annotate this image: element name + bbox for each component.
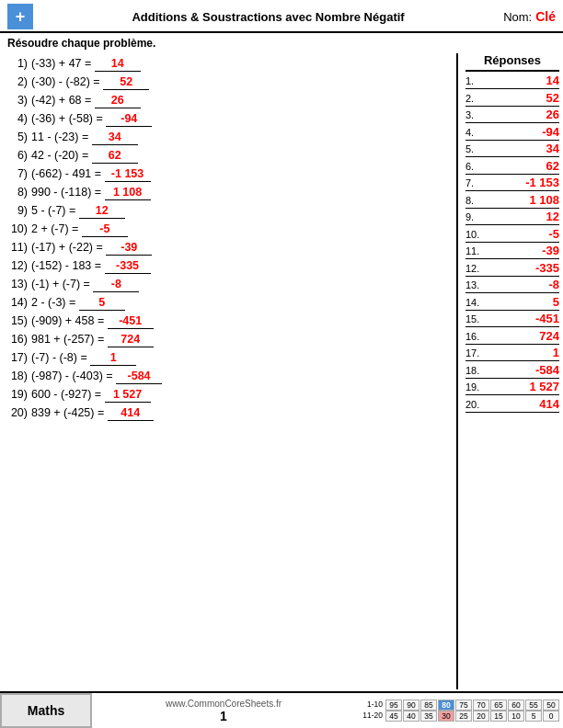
answer-number: 16. (465, 331, 484, 342)
problem-row: 3)(-42) + 68 = 26 (7, 94, 445, 108)
problem-row: 19)600 - (-927) = 1 527 (7, 388, 445, 403)
answer-value: 414 (484, 397, 559, 411)
problem-number: 10) (7, 222, 28, 235)
answer-value: -335 (484, 261, 559, 275)
problem-number: 7) (7, 167, 28, 180)
nom-label: Nom: (503, 10, 532, 24)
answer-value: 12 (484, 210, 559, 223)
answer-blank: 34 (92, 131, 138, 145)
answer-value: 62 (484, 159, 559, 173)
answer-blank: -39 (106, 241, 152, 256)
answer-number: 5. (465, 143, 484, 154)
problem-number: 8) (7, 186, 28, 199)
problem-expression: (-1) + (-7) = -8 (31, 278, 445, 292)
problem-row: 7)(-662) - 491 = -1 153 (7, 167, 445, 182)
answer-row: 16.724 (465, 329, 559, 345)
problem-row: 1)(-33) + 47 = 14 (7, 57, 445, 72)
score-cell: 50 (543, 700, 559, 711)
score-range-label: 11-20 (355, 711, 385, 722)
page-number: 1 (220, 709, 227, 723)
problem-number: 9) (7, 204, 28, 217)
answer-number: 3. (465, 109, 484, 120)
problem-expression: 990 - (-118) = 1 108 (31, 186, 445, 200)
answer-value: -584 (484, 363, 559, 377)
website-url: www.CommonCoreSheets.fr (166, 699, 282, 709)
answer-value: -39 (484, 244, 559, 257)
problem-number: 20) (7, 406, 28, 419)
answer-blank: -1 153 (105, 167, 151, 182)
answer-number: 4. (465, 127, 484, 138)
problem-expression: (-987) - (-403) = -584 (31, 370, 445, 384)
answer-number: 20. (465, 399, 484, 410)
answer-blank: 14 (95, 57, 141, 72)
answer-blank: 1 108 (105, 186, 151, 200)
problem-expression: (-909) + 458 = -451 (31, 314, 445, 329)
answer-row: 18.-584 (465, 363, 559, 379)
answer-number: 11. (465, 245, 484, 256)
problem-row: 9)5 - (-7) = 12 (7, 204, 445, 219)
score-cell: 95 (385, 700, 402, 711)
problem-expression: (-36) + (-58) = -94 (31, 112, 445, 127)
answer-number: 12. (465, 263, 484, 274)
answer-number: 13. (465, 279, 484, 290)
maths-button[interactable]: Maths (0, 693, 92, 728)
main-content: 1)(-33) + 47 = 142)(-30) - (-82) = 523)(… (0, 53, 563, 689)
answer-value: 724 (484, 329, 559, 343)
score-cell: 70 (473, 700, 489, 711)
problem-expression: 2 - (-3) = 5 (31, 296, 445, 311)
answer-number: 19. (465, 381, 484, 392)
answer-value: 34 (484, 142, 559, 155)
score-cell: 20 (473, 711, 489, 722)
footer-center: www.CommonCoreSheets.fr 1 (92, 693, 355, 728)
answer-row: 8.1 108 (465, 193, 559, 209)
score-cell: 30 (438, 711, 454, 722)
answers-header: Réponses (465, 53, 559, 72)
header: + Additions & Soustractions avec Nombre … (0, 0, 563, 33)
answer-value: -8 (484, 278, 559, 291)
answer-row: 20.414 (465, 397, 559, 413)
problem-row: 4)(-36) + (-58) = -94 (7, 112, 445, 127)
problem-expression: (-33) + 47 = 14 (31, 57, 445, 72)
answer-number: 9. (465, 211, 484, 222)
problem-expression: (-17) + (-22) = -39 (31, 241, 445, 256)
answer-number: 15. (465, 313, 484, 324)
answer-row: 1.14 (465, 74, 559, 89)
score-cell: 65 (490, 700, 507, 711)
score-cell: 55 (525, 700, 542, 711)
problem-row: 11)(-17) + (-22) = -39 (7, 241, 445, 256)
score-cell: 40 (403, 711, 419, 722)
answer-number: 7. (465, 177, 484, 188)
answer-row: 17.1 (465, 346, 559, 361)
answer-number: 6. (465, 161, 484, 172)
problem-expression: 600 - (-927) = 1 527 (31, 388, 445, 403)
instruction-text: Résoudre chaque problème. (0, 33, 563, 53)
score-table: 1-109590858075706560555011-2045403530252… (355, 693, 563, 728)
answer-blank: 62 (92, 149, 138, 164)
score-cell: 35 (420, 711, 437, 722)
problem-expression: (-662) - 491 = -1 153 (31, 167, 445, 182)
answer-row: 9.12 (465, 210, 559, 225)
answer-value: -5 (484, 227, 559, 241)
answer-value: -94 (484, 125, 559, 139)
problem-number: 17) (7, 351, 28, 364)
answer-row: 15.-451 (465, 312, 559, 327)
answer-value: 26 (484, 108, 559, 121)
answer-blank: -8 (93, 278, 139, 292)
problem-row: 5)11 - (-23) = 34 (7, 131, 445, 145)
answer-number: 1. (465, 75, 484, 86)
problem-number: 16) (7, 333, 28, 346)
answer-blank: -451 (108, 314, 154, 329)
problem-number: 11) (7, 241, 28, 254)
problem-expression: (-152) - 183 = -335 (31, 259, 445, 274)
problem-expression: (-7) - (-8) = 1 (31, 351, 445, 366)
problem-number: 6) (7, 149, 28, 162)
score-cell: 25 (455, 711, 472, 722)
answer-row: 6.62 (465, 159, 559, 175)
answer-row: 3.26 (465, 108, 559, 123)
problem-row: 14)2 - (-3) = 5 (7, 296, 445, 311)
answer-blank: 414 (108, 406, 154, 421)
answer-value: 1 108 (484, 193, 559, 207)
score-cell: 75 (455, 700, 472, 711)
problem-expression: 11 - (-23) = 34 (31, 131, 445, 145)
answer-row: 12.-335 (465, 261, 559, 277)
